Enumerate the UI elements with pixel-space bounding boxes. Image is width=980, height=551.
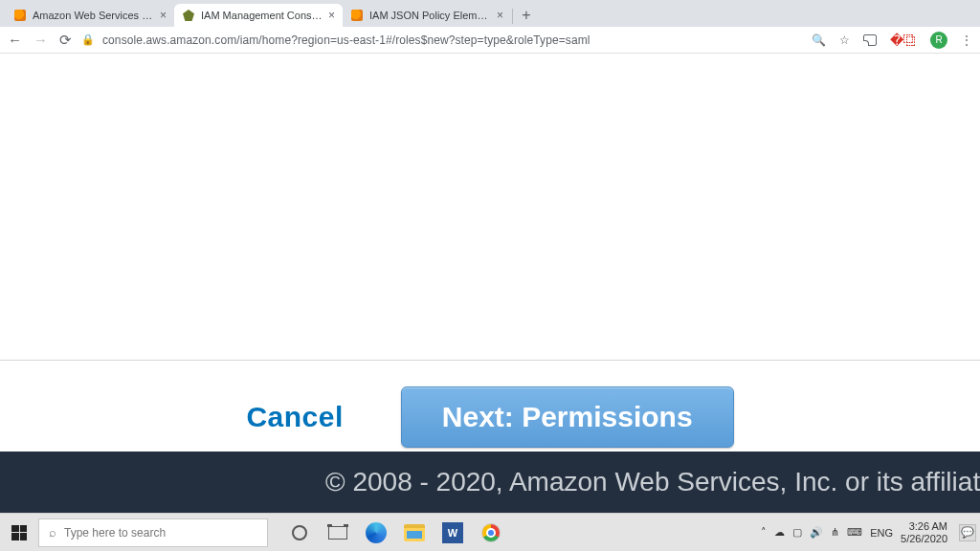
app-word-icon[interactable]: W	[440, 520, 465, 545]
wizard-action-row: Cancel Next: Permissions	[0, 379, 980, 455]
section-divider	[0, 360, 980, 361]
tray-clock[interactable]: 3:26 AM 5/26/2020	[901, 520, 947, 543]
tray-battery-icon[interactable]: ▢	[792, 526, 802, 539]
nav-forward-button: →	[33, 32, 48, 48]
tray-sound-icon[interactable]: 🔊	[810, 526, 823, 539]
page-url: console.aws.amazon.com/iam/home?region=u…	[102, 33, 590, 47]
address-bar[interactable]: 🔒 console.aws.amazon.com/iam/home?region…	[81, 33, 802, 47]
start-button[interactable]	[0, 514, 38, 552]
profile-avatar[interactable]: R	[930, 32, 947, 49]
windows-taskbar: ⌕ Type here to search W ˄ ☁ ▢ 🔊 ⋔ ⌨ ENG …	[0, 513, 980, 551]
tray-onedrive-icon[interactable]: ☁	[774, 526, 785, 539]
nav-back-button[interactable]: ←	[8, 32, 22, 48]
browser-menu-button[interactable]: ⋮	[961, 33, 972, 47]
taskbar-search-input[interactable]: ⌕ Type here to search	[38, 518, 268, 547]
action-center-icon[interactable]: 💬	[959, 524, 976, 541]
tray-overflow-icon[interactable]: ˄	[761, 526, 767, 539]
browser-tab-strip: Amazon Web Services Sign-In × IAM Manage…	[0, 0, 980, 27]
tray-time: 3:26 AM	[901, 520, 947, 532]
tab-separator	[512, 9, 513, 24]
aws-footer: © 2008 - 2020, Amazon Web Services, Inc.…	[0, 452, 980, 513]
bookmark-star-icon[interactable]: ☆	[839, 33, 850, 47]
browser-tab[interactable]: IAM JSON Policy Elements Reference ×	[343, 4, 511, 27]
tab-close-icon[interactable]: ×	[497, 9, 503, 22]
system-tray: ˄ ☁ ▢ 🔊 ⋔ ⌨ ENG 3:26 AM 5/26/2020 💬	[761, 520, 980, 543]
aws-favicon-icon	[350, 9, 364, 22]
task-view-icon[interactable]	[325, 520, 350, 545]
tray-network-icon[interactable]: ⋔	[831, 526, 839, 539]
next-permissions-button[interactable]: Next: Permissions	[401, 386, 734, 448]
tab-title: Amazon Web Services Sign-In	[33, 10, 154, 21]
page-content: Cancel Next: Permissions © 2008 - 2020, …	[0, 54, 980, 513]
app-chrome-icon[interactable]	[479, 520, 503, 545]
tray-language[interactable]: ENG	[870, 527, 893, 539]
tab-close-icon[interactable]: ×	[328, 9, 335, 22]
app-explorer-icon[interactable]	[402, 520, 427, 545]
tray-ime-icon[interactable]: ⌨	[847, 526, 862, 539]
cancel-button[interactable]: Cancel	[246, 401, 343, 433]
lock-icon: 🔒	[81, 33, 95, 46]
aws-footer-text: © 2008 - 2020, Amazon Web Services, Inc.…	[325, 467, 980, 497]
cast-icon[interactable]	[863, 34, 877, 46]
cortana-icon[interactable]	[287, 520, 312, 545]
app-edge-icon[interactable]	[364, 520, 389, 545]
search-icon: ⌕	[49, 525, 56, 540]
extensions-icon[interactable]: �⿻	[890, 33, 917, 48]
tab-title: IAM Management Console	[201, 10, 323, 21]
tab-close-icon[interactable]: ×	[160, 9, 167, 22]
tab-title: IAM JSON Policy Elements Reference	[369, 10, 491, 21]
browser-tab-active[interactable]: IAM Management Console ×	[174, 4, 343, 27]
iam-favicon-icon	[182, 9, 195, 22]
nav-reload-button[interactable]: ⟳	[59, 32, 72, 49]
tray-date: 5/26/2020	[901, 533, 947, 544]
aws-favicon-icon	[13, 9, 27, 22]
zoom-icon[interactable]: 🔍	[812, 33, 826, 47]
search-placeholder: Type here to search	[64, 526, 166, 540]
new-tab-button[interactable]: +	[514, 4, 539, 27]
browser-toolbar: ← → ⟳ 🔒 console.aws.amazon.com/iam/home?…	[0, 27, 980, 54]
browser-tab[interactable]: Amazon Web Services Sign-In ×	[6, 4, 174, 27]
windows-logo-icon	[11, 525, 27, 540]
